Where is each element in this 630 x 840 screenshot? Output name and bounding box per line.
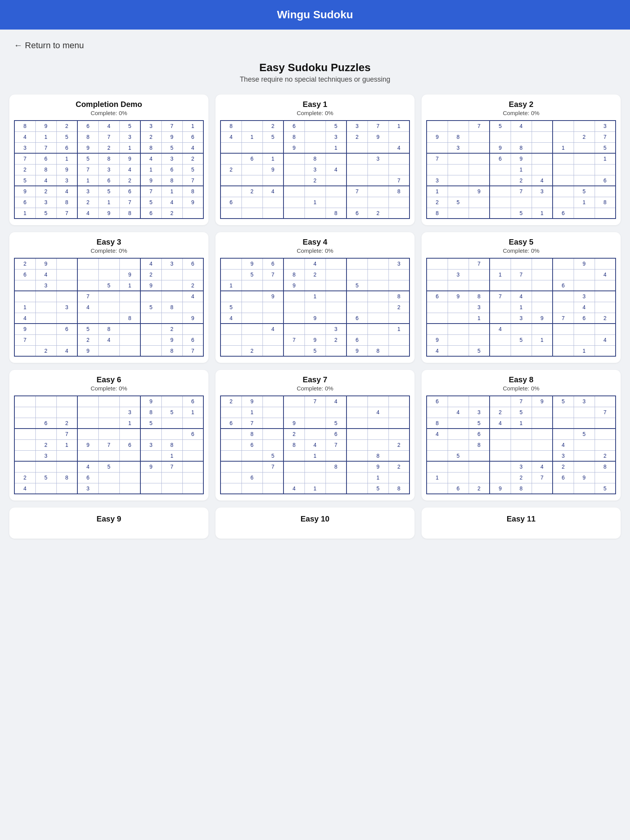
sudoku-cell[interactable]: 7 (595, 407, 616, 418)
sudoku-cell[interactable] (284, 197, 304, 208)
sudoku-cell[interactable]: 6 (427, 396, 448, 407)
sudoku-cell[interactable] (448, 208, 469, 219)
sudoku-cell[interactable] (469, 142, 490, 153)
sudoku-cell[interactable]: 9 (346, 345, 368, 356)
sudoku-cell[interactable] (346, 164, 368, 175)
sudoku-cell[interactable] (388, 345, 410, 356)
sudoku-cell[interactable] (14, 450, 35, 461)
sudoku-cell[interactable] (220, 324, 242, 334)
sudoku-cell[interactable] (388, 269, 410, 280)
sudoku-cell[interactable]: 9 (77, 345, 98, 356)
sudoku-cell[interactable] (368, 291, 388, 302)
sudoku-cell[interactable] (368, 280, 388, 291)
sudoku-cell[interactable]: 9 (140, 280, 161, 291)
sudoku-cell[interactable]: 7 (262, 269, 284, 280)
sudoku-cell[interactable] (242, 197, 262, 208)
sudoku-cell[interactable]: 5 (595, 142, 616, 153)
sudoku-cell[interactable]: 6 (35, 153, 56, 164)
sudoku-cell[interactable]: 2 (14, 164, 35, 175)
sudoku-cell[interactable]: 2 (262, 121, 284, 131)
sudoku-cell[interactable] (368, 396, 388, 407)
sudoku-grid[interactable]: 75439827398157691132461973525188516 (426, 120, 616, 219)
sudoku-cell[interactable] (346, 197, 368, 208)
sudoku-cell[interactable] (469, 175, 490, 186)
sudoku-cell[interactable] (98, 429, 119, 439)
sudoku-cell[interactable]: 8 (427, 418, 448, 429)
sudoku-cell[interactable] (220, 472, 242, 483)
sudoku-cell[interactable]: 2 (595, 313, 616, 324)
sudoku-cell[interactable] (448, 472, 469, 483)
sudoku-cell[interactable]: 5 (469, 345, 490, 356)
sudoku-cell[interactable] (326, 258, 346, 269)
sudoku-cell[interactable] (98, 258, 119, 269)
sudoku-cell[interactable]: 4 (595, 269, 616, 280)
sudoku-cell[interactable] (346, 396, 368, 407)
sudoku-cell[interactable] (595, 164, 616, 175)
sudoku-cell[interactable] (77, 396, 98, 407)
sudoku-cell[interactable]: 6 (346, 313, 368, 324)
sudoku-cell[interactable] (220, 186, 242, 197)
sudoku-cell[interactable] (77, 313, 98, 324)
sudoku-cell[interactable] (388, 131, 410, 142)
sudoku-cell[interactable] (56, 396, 77, 407)
sudoku-cell[interactable] (490, 334, 511, 345)
sudoku-cell[interactable] (119, 324, 140, 334)
sudoku-cell[interactable] (262, 302, 284, 313)
sudoku-cell[interactable]: 5 (14, 175, 35, 186)
sudoku-cell[interactable] (595, 418, 616, 429)
sudoku-cell[interactable]: 4 (532, 175, 553, 186)
sudoku-cell[interactable]: 7 (595, 131, 616, 142)
sudoku-cell[interactable]: 8 (98, 153, 119, 164)
sudoku-cell[interactable]: 8 (140, 142, 161, 153)
sudoku-cell[interactable] (448, 164, 469, 175)
sudoku-cell[interactable]: 1 (262, 153, 284, 164)
sudoku-cell[interactable]: 8 (242, 429, 262, 439)
sudoku-cell[interactable]: 6 (553, 280, 574, 291)
sudoku-cell[interactable] (98, 345, 119, 356)
sudoku-cell[interactable] (448, 324, 469, 334)
puzzle-card[interactable]: Easy 5Complete: 0%7931746698743314139762… (422, 232, 621, 363)
sudoku-cell[interactable] (284, 164, 304, 175)
sudoku-cell[interactable]: 5 (469, 418, 490, 429)
sudoku-cell[interactable]: 5 (182, 164, 203, 175)
sudoku-cell[interactable] (388, 407, 410, 418)
sudoku-cell[interactable]: 4 (262, 186, 284, 197)
sudoku-cell[interactable]: 9 (490, 483, 511, 494)
sudoku-cell[interactable]: 4 (14, 131, 35, 142)
sudoku-cell[interactable]: 2 (98, 142, 119, 153)
sudoku-cell[interactable] (326, 186, 346, 197)
sudoku-cell[interactable]: 9 (490, 142, 511, 153)
sudoku-cell[interactable] (161, 396, 182, 407)
sudoku-cell[interactable]: 3 (388, 258, 410, 269)
sudoku-cell[interactable] (77, 450, 98, 461)
sudoku-cell[interactable]: 6 (346, 334, 368, 345)
sudoku-cell[interactable]: 1 (304, 291, 326, 302)
sudoku-cell[interactable]: 9 (532, 396, 553, 407)
sudoku-cell[interactable]: 2 (77, 197, 98, 208)
sudoku-cell[interactable] (574, 418, 595, 429)
sudoku-cell[interactable]: 2 (242, 186, 262, 197)
sudoku-cell[interactable] (490, 197, 511, 208)
sudoku-cell[interactable]: 9 (161, 131, 182, 142)
sudoku-cell[interactable] (140, 291, 161, 302)
sudoku-cell[interactable]: 4 (77, 461, 98, 472)
sudoku-cell[interactable] (388, 164, 410, 175)
sudoku-cell[interactable] (511, 131, 532, 142)
sudoku-cell[interactable] (35, 334, 56, 345)
sudoku-cell[interactable] (346, 302, 368, 313)
sudoku-cell[interactable]: 3 (77, 483, 98, 494)
sudoku-cell[interactable] (284, 472, 304, 483)
sudoku-cell[interactable] (284, 313, 304, 324)
sudoku-cell[interactable]: 2 (35, 345, 56, 356)
sudoku-cell[interactable] (220, 153, 242, 164)
sudoku-cell[interactable] (532, 280, 553, 291)
sudoku-cell[interactable]: 5 (511, 407, 532, 418)
sudoku-cell[interactable] (574, 164, 595, 175)
sudoku-cell[interactable] (427, 439, 448, 450)
sudoku-cell[interactable] (346, 418, 368, 429)
sudoku-cell[interactable] (284, 461, 304, 472)
sudoku-cell[interactable] (427, 269, 448, 280)
sudoku-cell[interactable] (490, 429, 511, 439)
sudoku-cell[interactable] (532, 153, 553, 164)
sudoku-cell[interactable] (119, 334, 140, 345)
